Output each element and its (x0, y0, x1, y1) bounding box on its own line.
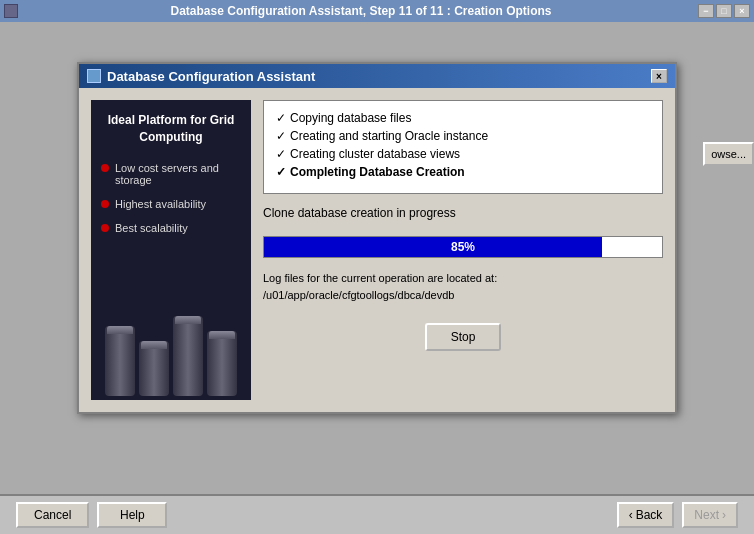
left-panel-item-label-2: Highest availability (115, 198, 206, 210)
progress-bar-container: 85% (263, 236, 663, 258)
cylinder-1 (105, 326, 135, 396)
progress-label: 85% (451, 240, 475, 254)
back-button[interactable]: ‹ Back (617, 502, 675, 528)
log-line-2: /u01/app/oracle/cfgtoollogs/dbca/devdb (263, 289, 454, 301)
bullet-3 (101, 224, 109, 232)
checklist-item-text-4: Completing Database Creation (290, 165, 465, 179)
checkmark-2: ✓ (276, 129, 286, 143)
decorative-cylinders (91, 300, 251, 400)
checklist-item-2: ✓ Creating and starting Oracle instance (276, 129, 650, 143)
dialog-close-button[interactable]: × (651, 69, 667, 83)
stop-button[interactable]: Stop (425, 323, 502, 351)
left-panel-item-label-1: Low cost servers and storage (115, 162, 241, 186)
log-line-1: Log files for the current operation are … (263, 272, 497, 284)
checklist-item-4: ✓ Completing Database Creation (276, 165, 650, 179)
checklist-item-3: ✓ Creating cluster database views (276, 147, 650, 161)
cylinder-4 (207, 331, 237, 396)
checkmark-4: ✓ (276, 165, 286, 179)
minimize-button[interactable]: − (698, 4, 714, 18)
cancel-button[interactable]: Cancel (16, 502, 89, 528)
bullet-2 (101, 200, 109, 208)
next-button[interactable]: Next › (682, 502, 738, 528)
checkmark-1: ✓ (276, 111, 286, 125)
checkmark-3: ✓ (276, 147, 286, 161)
left-buttons: Cancel Help (16, 502, 167, 528)
back-arrow-icon: ‹ (629, 508, 633, 522)
dialog-icon (87, 69, 101, 83)
back-label: Back (636, 508, 663, 522)
status-text: Clone database creation in progress (263, 206, 663, 220)
cylinder-3 (173, 316, 203, 396)
progress-fill (264, 237, 602, 257)
browse-area: owse... (703, 142, 754, 166)
next-label: Next (694, 508, 719, 522)
help-button[interactable]: Help (97, 502, 167, 528)
left-panel: Ideal Platform for Grid Computing Low co… (91, 100, 251, 400)
outer-window-icon (4, 4, 24, 18)
cylinder-2 (139, 341, 169, 396)
right-content: ✓ Copying database files ✓ Creating and … (263, 100, 663, 400)
checklist-item-text-1: Copying database files (290, 111, 411, 125)
outer-window-title: Database Configuration Assistant, Step 1… (24, 4, 698, 18)
right-buttons: ‹ Back Next › (617, 502, 738, 528)
window-controls[interactable]: − □ × (698, 4, 750, 18)
next-arrow-icon: › (722, 508, 726, 522)
bullet-1 (101, 164, 109, 172)
left-panel-item-label-3: Best scalability (115, 222, 188, 234)
checklist-item-text-2: Creating and starting Oracle instance (290, 129, 488, 143)
checklist-item-text-3: Creating cluster database views (290, 147, 460, 161)
dialog-title: Database Configuration Assistant (107, 69, 315, 84)
checklist-box: ✓ Copying database files ✓ Creating and … (263, 100, 663, 194)
left-panel-item-1: Low cost servers and storage (101, 162, 241, 186)
stop-button-container: Stop (263, 323, 663, 351)
dialog-titlebar: Database Configuration Assistant × (79, 64, 675, 88)
bottom-bar: Cancel Help ‹ Back Next › (0, 494, 754, 534)
left-panel-item-2: Highest availability (101, 198, 241, 210)
maximize-button[interactable]: □ (716, 4, 732, 18)
outer-titlebar: Database Configuration Assistant, Step 1… (0, 0, 754, 22)
browse-button[interactable]: owse... (703, 142, 754, 166)
dialog: Database Configuration Assistant × Ideal… (77, 62, 677, 414)
close-button[interactable]: × (734, 4, 750, 18)
checklist-item-1: ✓ Copying database files (276, 111, 650, 125)
main-content: owse... Database Configuration Assistant… (0, 22, 754, 494)
left-panel-title: Ideal Platform for Grid Computing (101, 112, 241, 146)
left-panel-item-3: Best scalability (101, 222, 241, 234)
dialog-body: Ideal Platform for Grid Computing Low co… (79, 88, 675, 412)
log-text: Log files for the current operation are … (263, 270, 663, 303)
